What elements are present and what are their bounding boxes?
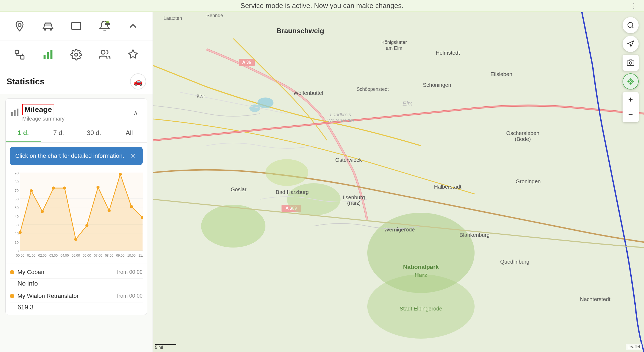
svg-point-76	[249, 104, 260, 112]
chart-title-block: Mileage Mileage summary	[22, 104, 131, 122]
svg-rect-3	[72, 23, 81, 29]
notification-text: Service mode is active. Now you can make…	[240, 2, 404, 10]
main-layout: 346	[0, 12, 644, 352]
svg-point-108	[628, 79, 633, 84]
svg-text:Nachterstedt: Nachterstedt	[580, 296, 610, 302]
search-map-button[interactable]	[623, 17, 639, 33]
screenshot-map-button[interactable]	[623, 55, 639, 71]
collapse-button[interactable]: ∧	[131, 108, 140, 118]
chart-panel: Mileage Mileage summary ∧ 1 d. 7 d. 30 d…	[0, 94, 153, 352]
info-banner-close-button[interactable]: ✕	[129, 152, 137, 160]
svg-text:20: 20	[15, 232, 19, 236]
svg-text:0: 0	[17, 249, 18, 253]
vehicle-icon-btn[interactable]	[39, 17, 57, 35]
legend-item-wialon[interactable]: My Wialon Retranslator from 00:00	[10, 290, 143, 302]
svg-text:06:00: 06:00	[83, 254, 91, 257]
tab-30d[interactable]: 30 d.	[76, 124, 112, 142]
chart-card-bar-icon	[10, 107, 20, 118]
svg-text:Braunschweig: Braunschweig	[276, 27, 324, 35]
svg-text:Laatzten: Laatzten	[164, 16, 182, 21]
svg-point-1	[44, 29, 46, 30]
svg-rect-15	[17, 109, 18, 116]
svg-text:60: 60	[15, 197, 19, 201]
pin-icon-btn[interactable]	[124, 45, 142, 64]
svg-marker-105	[628, 41, 634, 47]
map-controls-right: + −	[623, 17, 639, 122]
zoom-in-button[interactable]: +	[623, 92, 639, 107]
svg-text:04:00: 04:00	[61, 254, 69, 257]
legend-dot-coban	[10, 270, 14, 274]
svg-text:(Bode): (Bode)	[515, 136, 531, 142]
svg-rect-14	[14, 110, 16, 116]
svg-point-46	[108, 209, 110, 212]
svg-text:Halberstadt: Halberstadt	[434, 184, 462, 190]
svg-text:Nationalpark: Nationalpark	[403, 264, 439, 270]
settings-icon-btn[interactable]	[67, 45, 86, 64]
svg-text:00:00: 00:00	[16, 254, 24, 257]
location-icon-btn[interactable]	[10, 17, 29, 35]
chart-subtitle: Mileage summary	[22, 116, 131, 122]
notification-bar: Service mode is active. Now you can make…	[0, 0, 644, 12]
chevron-up-icon-btn[interactable]	[124, 17, 142, 35]
svg-text:09:00: 09:00	[116, 254, 124, 257]
time-tabs: 1 d. 7 d. 30 d. All	[6, 124, 147, 143]
svg-rect-6	[15, 50, 18, 54]
legend-item-coban[interactable]: My Coban from 00:00	[10, 266, 143, 279]
svg-text:50: 50	[15, 206, 19, 210]
bell-icon-btn[interactable]: 346	[95, 17, 114, 35]
statistics-icon-btn[interactable]	[39, 45, 57, 64]
svg-text:Helmstedt: Helmstedt	[436, 50, 460, 56]
svg-text:Elm: Elm	[402, 100, 413, 107]
rectangle-icon-btn[interactable]	[67, 17, 86, 35]
zoom-out-button[interactable]: −	[623, 107, 639, 122]
svg-text:80: 80	[15, 180, 19, 184]
svg-text:Wolfenbüttel: Wolfenbüttel	[294, 90, 323, 96]
map-svg: A 36 A 369 Nationalpark Harz Stadt Elbin…	[153, 12, 644, 352]
svg-point-41	[52, 186, 55, 189]
svg-text:07:00: 07:00	[94, 254, 102, 257]
svg-text:A 36: A 36	[242, 60, 251, 65]
svg-rect-10	[50, 50, 52, 59]
svg-text:70: 70	[15, 188, 19, 192]
statistics-vehicle-btn[interactable]: 🚗	[130, 73, 146, 89]
legend-label-coban: My Coban	[17, 269, 117, 276]
users-icon-btn[interactable]	[95, 45, 114, 64]
tab-1d[interactable]: 1 d.	[6, 124, 41, 142]
svg-point-45	[97, 186, 99, 189]
tab-all[interactable]: All	[112, 124, 147, 142]
svg-rect-13	[11, 112, 13, 116]
svg-point-0	[18, 24, 21, 27]
mileage-chart-svg: 90 80 70 60 50 40 30 20 10 0	[10, 170, 143, 261]
svg-point-67	[201, 205, 265, 248]
svg-point-2	[50, 29, 52, 30]
gps-location-button[interactable]	[623, 73, 639, 89]
tab-7d[interactable]: 7 d.	[41, 124, 76, 142]
route-icon-btn[interactable]	[10, 45, 29, 64]
svg-text:40: 40	[15, 214, 19, 218]
svg-point-104	[628, 23, 633, 28]
svg-text:346: 346	[106, 23, 110, 25]
svg-rect-7	[21, 56, 24, 59]
svg-text:Groningen: Groningen	[516, 178, 541, 184]
navigate-map-button[interactable]	[623, 36, 639, 52]
svg-text:am Elm: am Elm	[386, 46, 402, 51]
svg-point-43	[74, 238, 77, 241]
chart-title: Mileage	[22, 104, 54, 115]
more-options-icon[interactable]: ⋮	[630, 1, 638, 10]
svg-point-39	[30, 189, 33, 192]
chart-card-header: Mileage Mileage summary ∧	[6, 99, 147, 124]
svg-text:Ilsenburg: Ilsenburg	[343, 194, 365, 200]
svg-text:Wolfenbüttel: Wolfenbüttel	[327, 118, 354, 123]
chart-card: Mileage Mileage summary ∧ 1 d. 7 d. 30 d…	[5, 98, 147, 315]
svg-point-106	[629, 62, 632, 64]
svg-text:Königslutter: Königslutter	[381, 40, 407, 45]
svg-text:Quedlinburg: Quedlinburg	[500, 259, 530, 265]
svg-point-44	[85, 224, 88, 227]
svg-text:Sehnde: Sehnde	[206, 13, 223, 18]
svg-text:Schöningen: Schöningen	[423, 82, 451, 88]
chart-area[interactable]: 90 80 70 60 50 40 30 20 10 0	[6, 167, 147, 264]
map-area[interactable]: A 36 A 369 Nationalpark Harz Stadt Elbin…	[153, 12, 644, 352]
svg-text:02:00: 02:00	[38, 254, 47, 257]
svg-text:Wernigerode: Wernigerode	[384, 227, 415, 233]
svg-text:Osterwieck: Osterwieck	[335, 157, 362, 163]
